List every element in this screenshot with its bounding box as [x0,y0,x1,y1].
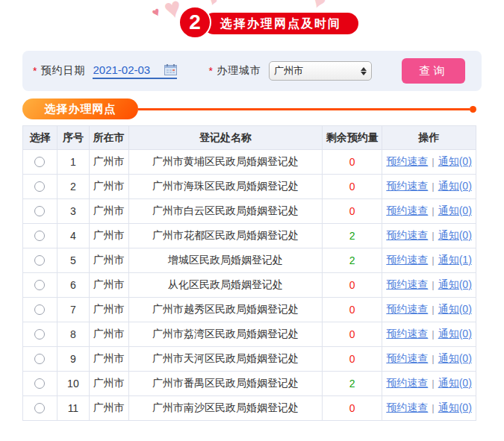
row-number: 1 [57,150,89,175]
registry-name: 从化区民政局婚姻登记处 [128,273,323,298]
quick-check-link[interactable]: 预约速查 [386,352,428,364]
table-row: 10 广州市 广州市番禺区民政局婚姻登记处 2 预约速查|通知(0) [23,372,476,396]
row-select-radio[interactable] [34,280,45,290]
section-divider-line [138,108,470,110]
link-separator: | [432,304,434,315]
table-row: 6 广州市 从化区民政局婚姻登记处 0 预约速查|通知(0) [23,273,476,298]
notice-link[interactable]: 通知(0) [438,352,472,364]
link-separator: | [432,156,434,167]
link-separator: | [432,402,434,413]
query-button[interactable]: 查询 [402,58,465,84]
registry-name: 广州市海珠区民政局婚姻登记处 [128,175,323,199]
quick-check-link[interactable]: 预约速查 [386,155,428,167]
table-header-row: 选择 序号 所在市 登记处名称 剩余预约量 操作 [23,126,476,150]
select-cell [23,372,57,396]
notice-link[interactable]: 通知(0) [438,401,472,413]
notice-link[interactable]: 通知(0) [438,377,472,389]
operations-cell: 预约速查|通知(0) [382,322,476,347]
link-separator: | [432,353,434,364]
city-label: 办理城市 [217,64,261,78]
date-input[interactable] [93,63,164,76]
remaining-count: 0 [349,181,355,193]
notice-link[interactable]: 通知(0) [438,303,472,315]
notice-link[interactable]: 通知(0) [438,204,472,216]
row-select-radio[interactable] [34,157,45,167]
operations-cell: 预约速查|通知(0) [382,150,476,175]
select-cell [23,199,57,224]
row-number: 6 [57,273,89,298]
remaining-count: 2 [349,230,355,242]
booking-table-body: 1 广州市 广州市黄埔区民政局婚姻登记处 0 预约速查|通知(0) 2 广州市 … [23,150,476,421]
select-cell [23,298,57,322]
row-select-radio[interactable] [34,206,45,216]
header-no: 序号 [57,126,89,150]
link-separator: | [432,230,434,241]
table-row: 5 广州市 增城区民政局婚姻登记处 2 预约速查|通知(1) [23,248,476,273]
row-city: 广州市 [89,150,128,175]
notice-link[interactable]: 通知(0) [438,229,472,241]
section-title: 选择办理网点 [22,98,138,119]
quick-check-link[interactable]: 预约速查 [386,401,428,413]
row-select-radio[interactable] [34,231,45,241]
select-cell [23,273,57,298]
header-city: 所在市 [89,126,128,150]
registry-name: 广州市白云区民政局婚姻登记处 [128,199,323,224]
city-select-value: 广州市 [274,64,361,78]
link-separator: | [432,279,434,290]
operations-cell: 预约速查|通知(0) [382,175,476,199]
quick-check-link[interactable]: 预约速查 [386,204,428,216]
registry-name: 广州市黄埔区民政局婚姻登记处 [128,150,323,175]
row-city: 广州市 [89,322,128,347]
select-arrows-icon [361,67,367,75]
table-row: 4 广州市 广州市花都区民政局婚姻登记处 2 预约速查|通知(0) [23,224,476,248]
table-row: 2 广州市 广州市海珠区民政局婚姻登记处 0 预约速查|通知(0) [23,175,476,199]
row-city: 广州市 [89,347,128,372]
booking-sites-table: 选择 序号 所在市 登记处名称 剩余预约量 操作 1 广州市 广州市黄埔区民政局… [22,125,476,421]
link-separator: | [432,378,434,389]
notice-link[interactable]: 通知(1) [438,254,472,266]
row-select-radio[interactable] [34,181,45,192]
select-cell [23,150,57,175]
operations-cell: 预约速查|通知(0) [382,347,476,372]
quick-check-link[interactable]: 预约速查 [386,377,428,389]
row-select-radio[interactable] [34,304,45,315]
registry-name: 广州市越秀区民政局婚姻登记处 [128,298,323,322]
city-select[interactable]: 广州市 [269,61,372,81]
row-select-radio[interactable] [34,255,45,266]
notice-link[interactable]: 通知(0) [438,180,472,192]
row-city: 广州市 [89,248,128,273]
operations-cell: 预约速查|通知(0) [382,372,476,396]
operations-cell: 预约速查|通知(0) [382,298,476,322]
row-city: 广州市 [89,175,128,199]
operations-cell: 预约速查|通知(0) [382,199,476,224]
date-label: 预约日期 [40,64,85,78]
row-select-radio[interactable] [34,403,45,413]
heart-icon: ♥ [150,5,163,20]
row-select-radio[interactable] [34,329,45,340]
notice-link[interactable]: 通知(0) [438,328,472,340]
operations-cell: 预约速查|通知(0) [382,396,476,421]
quick-check-link[interactable]: 预约速查 [386,328,428,340]
notice-link[interactable]: 通知(0) [438,278,472,290]
remaining-count: 0 [349,205,355,217]
header-name: 登记处名称 [128,126,323,150]
section-divider-dot [470,106,476,113]
select-cell [23,248,57,273]
row-number: 4 [57,224,89,248]
select-cell [23,224,57,248]
registry-name: 增城区民政局婚姻登记处 [128,248,323,273]
row-select-radio[interactable] [34,354,45,364]
calendar-icon[interactable] [164,64,177,75]
remaining-count: 0 [349,353,355,365]
heart-icon: ♥ [208,0,219,8]
quick-check-link[interactable]: 预约速查 [386,229,428,241]
quick-check-link[interactable]: 预约速查 [386,180,428,192]
registry-name: 广州市番禺区民政局婚姻登记处 [128,372,323,396]
row-select-radio[interactable] [34,378,45,389]
header-select: 选择 [23,126,57,150]
quick-check-link[interactable]: 预约速查 [386,278,428,290]
quick-check-link[interactable]: 预约速查 [386,254,428,266]
notice-link[interactable]: 通知(0) [438,155,472,167]
link-separator: | [432,328,434,340]
quick-check-link[interactable]: 预约速查 [386,303,428,315]
